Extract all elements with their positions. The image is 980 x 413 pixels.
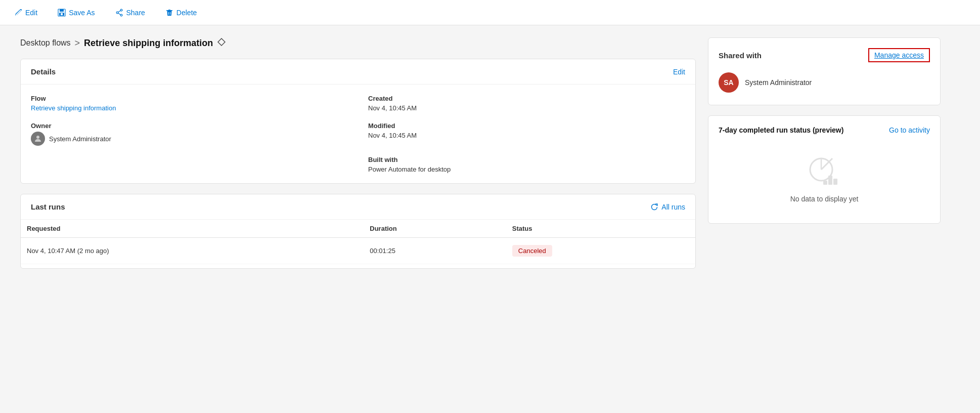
svg-rect-13 — [833, 179, 837, 185]
owner-detail: Owner System Administrator — [31, 122, 348, 146]
runs-table-header-row: Requested Duration Status — [21, 220, 695, 238]
no-data-chart-icon — [808, 156, 840, 189]
table-row: Nov 4, 10:47 AM (2 mo ago) 00:01:25 Canc… — [21, 238, 695, 264]
owner-name: System Administrator — [49, 135, 111, 143]
shared-user-row: SA System Administrator — [719, 70, 930, 95]
main-content: Desktop flows > Retrieve shipping inform… — [0, 25, 961, 291]
breadcrumb-current: Retrieve shipping information — [84, 38, 213, 49]
owner-avatar — [31, 132, 45, 146]
svg-point-5 — [120, 14, 122, 16]
flow-detail: Flow Retrieve shipping information — [31, 95, 348, 112]
share-button[interactable]: Share — [111, 7, 149, 19]
svg-line-7 — [118, 11, 120, 12]
svg-rect-12 — [828, 176, 832, 185]
created-detail: Created Nov 4, 10:45 AM — [368, 95, 685, 112]
refresh-icon — [650, 203, 658, 211]
status-badge: Canceled — [512, 245, 552, 257]
col-duration: Duration — [364, 220, 506, 238]
last-runs-title: Last runs — [31, 202, 65, 211]
user-avatar-sa: SA — [719, 72, 739, 93]
modified-value: Nov 4, 10:45 AM — [368, 132, 685, 139]
person-icon — [33, 134, 42, 143]
manage-access-button[interactable]: Manage access — [868, 48, 930, 62]
svg-rect-3 — [61, 13, 63, 15]
no-data-text: No data to display yet — [790, 195, 859, 203]
breadcrumb-parent-link[interactable]: Desktop flows — [20, 38, 71, 48]
save-as-icon — [58, 9, 66, 17]
modified-label: Modified — [368, 122, 685, 130]
toolbar: Edit Save As Share Delete — [0, 0, 980, 25]
col-status: Status — [506, 220, 695, 238]
svg-rect-14 — [823, 181, 827, 185]
runs-table-head: Requested Duration Status — [21, 220, 695, 238]
owner-row: System Administrator — [31, 132, 348, 146]
built-with-value: Power Automate for desktop — [368, 166, 685, 173]
last-runs-header: Last runs All runs — [21, 194, 695, 220]
cell-status: Canceled — [506, 238, 695, 264]
shared-user-name: System Administrator — [745, 78, 812, 87]
diamond-icon — [217, 37, 226, 49]
last-runs-body: Requested Duration Status Nov 4, 10:47 A… — [21, 220, 695, 268]
activity-title: 7-day completed run status (preview) — [719, 126, 843, 134]
owner-label: Owner — [31, 122, 348, 130]
last-runs-card: Last runs All runs Requested Duration — [20, 194, 696, 269]
details-grid: Flow Retrieve shipping information Creat… — [31, 95, 685, 173]
shared-with-header: Shared with Manage access — [719, 48, 930, 62]
save-as-button[interactable]: Save As — [54, 7, 99, 19]
details-title: Details — [31, 67, 56, 76]
flow-label: Flow — [31, 95, 348, 102]
shared-with-card: Shared with Manage access SA System Admi… — [708, 37, 941, 105]
svg-point-4 — [120, 9, 122, 11]
built-with-detail: Built with Power Automate for desktop — [368, 156, 685, 173]
no-data-area: No data to display yet — [719, 146, 930, 213]
modified-detail: Modified Nov 4, 10:45 AM — [368, 122, 685, 146]
details-body: Flow Retrieve shipping information Creat… — [21, 85, 695, 183]
breadcrumb: Desktop flows > Retrieve shipping inform… — [20, 37, 696, 49]
right-panel: Shared with Manage access SA System Admi… — [708, 37, 941, 279]
edit-button[interactable]: Edit — [10, 7, 41, 19]
details-edit-link[interactable]: Edit — [673, 68, 685, 76]
all-runs-link[interactable]: All runs — [650, 203, 685, 211]
shared-with-title: Shared with — [719, 51, 762, 60]
svg-rect-1 — [60, 9, 64, 12]
svg-marker-9 — [218, 38, 225, 46]
built-with-label: Built with — [368, 156, 685, 163]
flow-value: Retrieve shipping information — [31, 104, 348, 112]
go-to-activity-link[interactable]: Go to activity — [889, 126, 930, 134]
activity-header: 7-day completed run status (preview) Go … — [719, 126, 930, 134]
delete-button[interactable]: Delete — [161, 7, 201, 19]
svg-point-6 — [116, 12, 118, 14]
runs-table-body: Nov 4, 10:47 AM (2 mo ago) 00:01:25 Canc… — [21, 238, 695, 264]
delete-icon — [165, 9, 173, 17]
details-card-header: Details Edit — [21, 59, 695, 85]
share-icon — [115, 9, 123, 17]
created-value: Nov 4, 10:45 AM — [368, 104, 685, 112]
svg-line-8 — [118, 13, 120, 15]
svg-point-10 — [36, 136, 39, 139]
created-label: Created — [368, 95, 685, 102]
col-requested: Requested — [21, 220, 364, 238]
breadcrumb-separator: > — [75, 38, 80, 49]
activity-section: 7-day completed run status (preview) Go … — [708, 115, 941, 224]
edit-icon — [14, 9, 22, 17]
details-card: Details Edit Flow Retrieve shipping info… — [20, 59, 696, 184]
cell-requested: Nov 4, 10:47 AM (2 mo ago) — [21, 238, 364, 264]
left-panel: Desktop flows > Retrieve shipping inform… — [20, 37, 696, 279]
runs-table: Requested Duration Status Nov 4, 10:47 A… — [21, 220, 695, 264]
cell-duration: 00:01:25 — [364, 238, 506, 264]
